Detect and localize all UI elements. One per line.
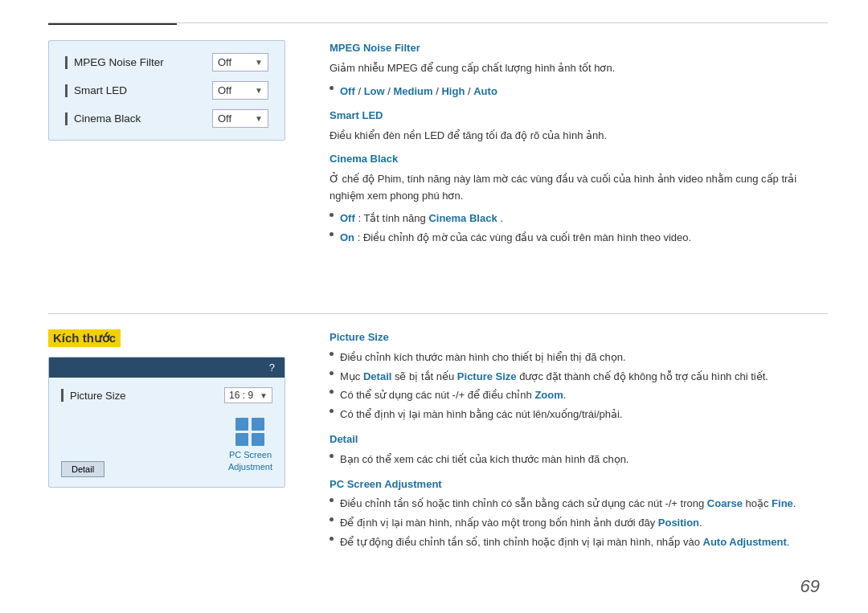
lower-box-body: Picture Size 16 : 9 ▼ Detail xyxy=(49,378,285,487)
setting-bar-smartled xyxy=(65,84,68,97)
screen-cell-2 xyxy=(252,418,264,431)
sep2: / xyxy=(387,85,393,97)
text-mpeg: Giảm nhiễu MPEG để cung cấp chất lượng h… xyxy=(330,60,828,77)
settings-box: MPEG Noise Filter Off ▼ Smart LED Off ▼ xyxy=(48,40,285,141)
title-picture-size: Picture Size xyxy=(330,329,828,346)
cb-text-1: : Điều chỉnh độ mờ của các vùng đầu và c… xyxy=(358,231,692,243)
lower-setting-row-ps: Picture Size 16 : 9 ▼ xyxy=(61,387,272,403)
pc-screen-area: PC ScreenAdjustment xyxy=(228,411,272,477)
lower-setting-bar-ps xyxy=(61,389,63,402)
setting-bar-mpeg xyxy=(65,56,68,69)
select-value-mpeg: Off xyxy=(218,56,231,68)
bullet-dot xyxy=(330,537,334,541)
bullet-dot xyxy=(330,232,334,236)
link-fine: Fine xyxy=(772,497,793,509)
setting-row-smartled: Smart LED Off ▼ xyxy=(65,81,268,100)
desc-pc-screen: PC Screen Adjustment Điều chỉnh tần số h… xyxy=(330,476,828,551)
desc-smartled: Smart LED Điều khiển đèn nền LED để tăng… xyxy=(330,108,828,145)
link-high: High xyxy=(441,85,465,97)
lower-select-value-ps: 16 : 9 xyxy=(229,390,253,401)
link-cb-on: On xyxy=(340,231,354,243)
link-position: Position xyxy=(658,517,699,529)
dropdown-arrow-smartled: ▼ xyxy=(255,86,263,95)
link-zoom: Zoom xyxy=(534,389,563,401)
kth-heading: Kích thước xyxy=(48,329,121,347)
screen-cell-1 xyxy=(235,418,248,431)
lower-section: Kích thước ? Picture Size 16 : 9 ▼ xyxy=(48,329,828,559)
select-value-smartled: Off xyxy=(218,84,231,96)
setting-select-smartled[interactable]: Off ▼ xyxy=(212,81,268,100)
bullet-dot xyxy=(330,213,334,217)
setting-select-cinemablack[interactable]: Off ▼ xyxy=(212,109,268,128)
bullet-ps-3: Có thể định vị lại màn hình bằng các nút… xyxy=(330,407,828,423)
page-container: MPEG Noise Filter Off ▼ Smart LED Off ▼ xyxy=(0,0,868,613)
desc-detail: Detail Bạn có thể xem các chi tiết của k… xyxy=(330,431,828,468)
lower-select-ps[interactable]: 16 : 9 ▼ xyxy=(224,387,272,403)
bullets-picture-size: Điều chỉnh kích thước màn hình cho thiết… xyxy=(330,349,828,423)
link-cb-off: Off xyxy=(340,212,355,224)
bullet-mpeg-text: Off / Low / Medium / High / Auto xyxy=(340,84,497,100)
bullet-mpeg-0: Off / Low / Medium / High / Auto xyxy=(330,84,828,100)
bullet-ps-text-3: Có thể định vị lại màn hình bằng các nút… xyxy=(340,407,623,423)
bullet-dot xyxy=(330,409,334,413)
bullet-dot xyxy=(330,371,334,375)
setting-label-mpeg: MPEG Noise Filter xyxy=(74,56,206,68)
bullet-cb-text-1: On : Điều chỉnh độ mờ của các vùng đầu v… xyxy=(340,230,691,247)
link-detail: Detail xyxy=(363,370,391,382)
lower-left-panel: Kích thước ? Picture Size 16 : 9 ▼ xyxy=(48,329,297,559)
bullet-dot xyxy=(330,498,334,502)
bullet-ps-text-1: Mục Detail sẽ bị tắt nếu Picture Size đư… xyxy=(340,369,768,386)
cb-dot: . xyxy=(500,212,503,224)
text-smartled: Điều khiển đèn nền LED để tăng tối đa độ… xyxy=(330,128,828,145)
bullet-cb-text-0: Off : Tắt tính năng Cinema Black . xyxy=(340,210,503,227)
lower-settings-box: ? Picture Size 16 : 9 ▼ Detail xyxy=(48,357,285,488)
bullet-pc-1: Để định vị lại màn hình, nhấp vào một tr… xyxy=(330,515,828,532)
setting-label-smartled: Smart LED xyxy=(74,84,206,96)
dropdown-arrow-mpeg: ▼ xyxy=(255,58,263,67)
bullet-cb-1: On : Điều chỉnh độ mờ của các vùng đầu v… xyxy=(330,230,828,247)
bullet-ps-text-0: Điều chỉnh kích thước màn hình cho thiết… xyxy=(340,349,626,366)
title-mpeg: MPEG Noise Filter xyxy=(330,40,828,57)
setting-bar-cinemablack xyxy=(65,112,68,125)
link-picture-size: Picture Size xyxy=(457,370,517,382)
bullet-detail-text-0: Bạn có thể xem các chi tiết của kích thư… xyxy=(340,452,628,468)
bullet-pc-text-2: Để tự động điều chỉnh tần số, tinh chỉnh… xyxy=(340,534,789,551)
bullets-cinemablack: Off : Tắt tính năng Cinema Black . On : … xyxy=(330,210,828,247)
content-area: MPEG Noise Filter Off ▼ Smart LED Off ▼ xyxy=(48,40,828,581)
text-cinemablack: Ở chế độ Phim, tính năng này làm mờ các … xyxy=(330,171,828,205)
title-pc-screen: PC Screen Adjustment xyxy=(330,476,828,493)
bullet-detail-0: Bạn có thể xem các chi tiết của kích thư… xyxy=(330,452,828,468)
screen-icon xyxy=(235,418,264,446)
link-off: Off xyxy=(340,85,355,97)
title-detail: Detail xyxy=(330,431,828,448)
link-cb-name: Cinema Black xyxy=(428,212,497,224)
bullet-dot xyxy=(330,86,334,90)
bullets-mpeg: Off / Low / Medium / High / Auto xyxy=(330,84,828,100)
desc-mpeg: MPEG Noise Filter Giảm nhiễu MPEG để cun… xyxy=(330,40,828,100)
bullet-pc-text-1: Để định vị lại màn hình, nhấp vào một tr… xyxy=(340,515,702,532)
lower-right-panel: Picture Size Điều chỉnh kích thước màn h… xyxy=(330,329,828,559)
bullet-ps-0: Điều chỉnh kích thước màn hình cho thiết… xyxy=(330,349,828,366)
setting-label-cinemablack: Cinema Black xyxy=(74,112,206,125)
detail-button[interactable]: Detail xyxy=(61,461,104,477)
sep1: / xyxy=(358,85,363,97)
setting-row-mpeg: MPEG Noise Filter Off ▼ xyxy=(65,53,268,72)
lower-dropdown-arrow-ps: ▼ xyxy=(260,391,268,400)
setting-select-mpeg[interactable]: Off ▼ xyxy=(212,53,268,72)
bullet-ps-text-2: Có thể sử dụng các nút -/+ để điều chỉnh… xyxy=(340,387,566,404)
lower-box-footer: Detail PC ScreenAdjustment xyxy=(61,411,272,477)
upper-section: MPEG Noise Filter Off ▼ Smart LED Off ▼ xyxy=(48,40,828,297)
question-mark: ? xyxy=(269,362,275,374)
setting-row-cinemablack: Cinema Black Off ▼ xyxy=(65,109,268,128)
pc-screen-label: PC ScreenAdjustment xyxy=(228,449,272,474)
top-line xyxy=(48,22,828,23)
lower-setting-label-ps: Picture Size xyxy=(70,390,218,402)
title-smartled: Smart LED xyxy=(330,108,828,125)
page-number: 69 xyxy=(800,576,820,597)
upper-right-panel: MPEG Noise Filter Giảm nhiễu MPEG để cun… xyxy=(330,40,828,297)
screen-cell-3 xyxy=(235,433,248,446)
bullet-ps-1: Mục Detail sẽ bị tắt nếu Picture Size đư… xyxy=(330,369,828,386)
desc-picture-size: Picture Size Điều chỉnh kích thước màn h… xyxy=(330,329,828,423)
upper-left-panel: MPEG Noise Filter Off ▼ Smart LED Off ▼ xyxy=(48,40,297,297)
select-value-cinemablack: Off xyxy=(218,112,231,125)
